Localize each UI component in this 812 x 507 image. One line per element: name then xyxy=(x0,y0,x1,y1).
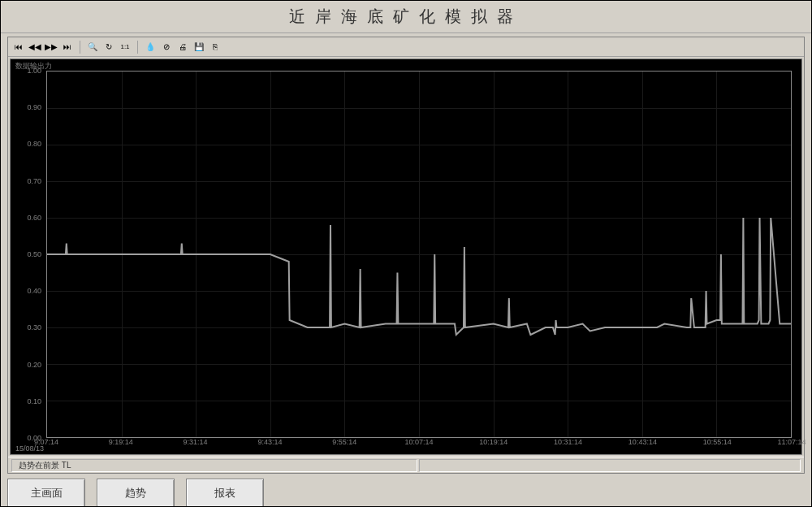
y-tick-label: 0.50 xyxy=(27,250,41,258)
last-button[interactable]: ⏭ xyxy=(60,40,75,54)
x-tick-label: 9:55:14 xyxy=(332,438,356,446)
y-tick-label: 0.70 xyxy=(27,177,41,185)
refresh-button[interactable]: ↻ xyxy=(102,40,116,54)
x-tick-label: 9:43:14 xyxy=(257,438,282,446)
bottom-button-bar: 主画面 趋势 报表 xyxy=(1,474,811,507)
status-empty xyxy=(419,459,801,472)
x-tick-label: 10:19:14 xyxy=(479,438,508,446)
toolbar-separator xyxy=(137,41,138,54)
y-tick-label: 0.40 xyxy=(27,287,41,295)
toolbar-separator xyxy=(80,41,80,54)
x-tick-label: 9:19:14 xyxy=(109,438,133,446)
app-title: 近岸海底矿化模拟器 xyxy=(289,6,523,28)
y-tick-label: 0.30 xyxy=(27,323,41,332)
prev-button[interactable]: ◀◀ xyxy=(28,40,42,54)
zoom-reset-button[interactable]: 1:1 xyxy=(118,40,132,54)
stop-button[interactable]: ⊘ xyxy=(159,40,174,54)
x-axis: 9:07:149:19:149:31:149:43:149:55:1410:07… xyxy=(46,438,792,453)
main-screen-button[interactable]: 主画面 xyxy=(7,479,85,507)
drop-button[interactable]: 💧 xyxy=(143,40,158,54)
plot-region[interactable] xyxy=(46,71,792,438)
first-button[interactable]: ⏮ xyxy=(11,40,26,54)
chart-frame: ⏮ ◀◀ ▶▶ ⏭ 🔍 ↻ 1:1 💧 ⊘ 🖨 💾 ⎘ 数据输出力 0.000.… xyxy=(7,37,805,474)
y-tick-label: 0.80 xyxy=(27,140,41,148)
app-title-bar: 近岸海底矿化模拟器 xyxy=(1,1,811,33)
x-tick-label: 9:31:14 xyxy=(184,438,208,446)
x-tick-label: 10:31:14 xyxy=(554,438,582,446)
x-tick-label: 10:07:14 xyxy=(404,438,433,446)
y-tick-label: 0.20 xyxy=(27,361,41,369)
status-foreground-text: 趋势在前景 TL xyxy=(19,460,71,471)
next-button[interactable]: ▶▶ xyxy=(44,40,58,54)
toolbar: ⏮ ◀◀ ▶▶ ⏭ 🔍 ↻ 1:1 💧 ⊘ 🖨 💾 ⎘ xyxy=(8,37,804,57)
y-tick-label: 0.90 xyxy=(27,103,41,111)
search-button[interactable]: 🔍 xyxy=(85,40,100,54)
y-tick-label: 0.60 xyxy=(27,214,41,222)
chart-area[interactable]: 数据输出力 0.000.100.200.300.400.500.600.700.… xyxy=(10,58,802,455)
x-tick-label: 11:07:14 xyxy=(777,438,806,446)
status-foreground: 趋势在前景 TL xyxy=(11,459,417,472)
y-axis: 0.000.100.200.300.400.500.600.700.800.90… xyxy=(11,71,45,438)
report-button[interactable]: 报表 xyxy=(186,479,264,507)
print-button[interactable]: 🖨 xyxy=(175,40,190,54)
trend-button[interactable]: 趋势 xyxy=(97,479,175,507)
x-axis-date: 15/08/13 xyxy=(15,444,44,453)
y-tick-label: 0.10 xyxy=(27,397,41,405)
save-button[interactable]: 💾 xyxy=(192,40,206,54)
y-tick-label: 1.00 xyxy=(27,67,41,75)
x-tick-label: 10:43:14 xyxy=(628,438,657,446)
trend-line xyxy=(47,72,791,437)
status-bar: 趋势在前景 TL xyxy=(8,457,804,473)
x-tick-label: 10:55:14 xyxy=(703,438,732,446)
export-button[interactable]: ⎘ xyxy=(208,40,222,54)
